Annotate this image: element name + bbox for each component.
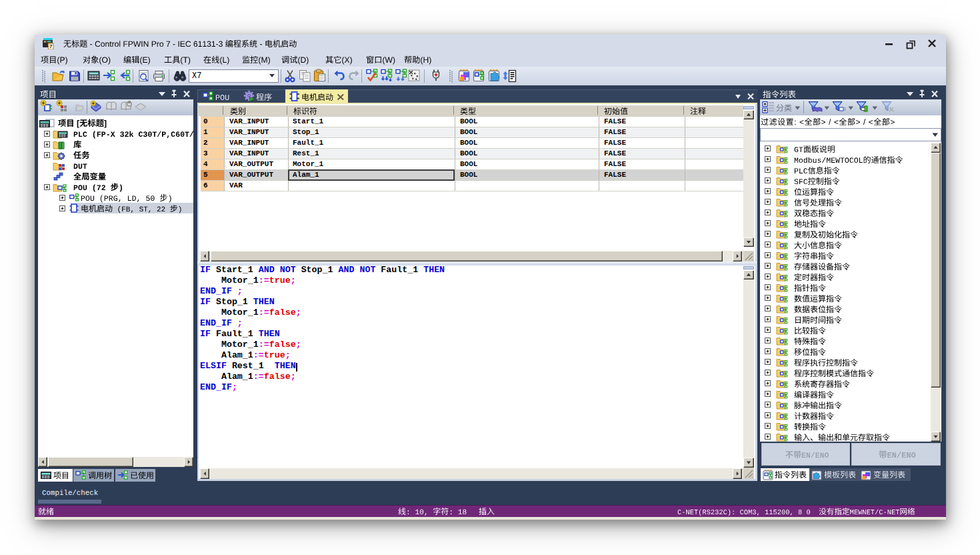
svg-text:7: 7 xyxy=(49,43,53,49)
